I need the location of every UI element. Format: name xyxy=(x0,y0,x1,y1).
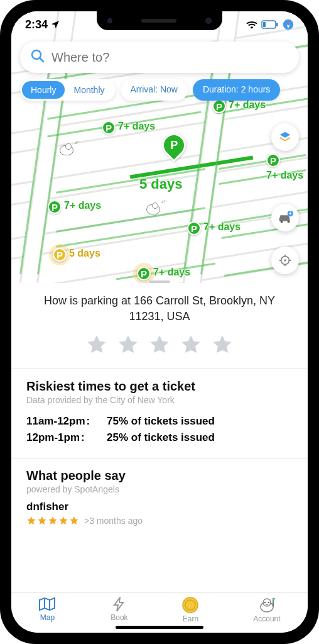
parking-marker[interactable]: P xyxy=(212,99,226,113)
review-age: >3 months ago xyxy=(84,516,143,526)
home-indicator[interactable] xyxy=(116,626,203,629)
selected-duration-label: 5 days xyxy=(139,176,183,192)
layers-button[interactable] xyxy=(271,123,299,151)
svg-point-10 xyxy=(284,259,286,262)
device-screen: 2:34 xyxy=(11,11,308,633)
parking-duration-label: 7+ days xyxy=(118,121,155,132)
tab-label: Map xyxy=(40,613,55,622)
parking-marker[interactable]: P xyxy=(53,248,67,262)
svg-point-7 xyxy=(288,221,290,223)
tab-label: Account xyxy=(253,614,280,623)
details-panel[interactable]: How is parking at 166 Carroll St, Brookl… xyxy=(11,283,308,592)
car-plus-icon xyxy=(277,211,293,224)
avatar-icon xyxy=(257,597,276,613)
parking-duration-label: 5 days xyxy=(69,248,100,259)
review-stars xyxy=(26,516,79,526)
risk-subtitle: Data provided by the City of New York xyxy=(26,395,293,405)
rate-type-segmented-control: Hourly Monthly xyxy=(20,79,116,101)
parking-duration-label: 7+ days xyxy=(229,99,266,111)
reviews-section: What people say powered by SpotAngels dn… xyxy=(11,458,308,536)
risk-title: Riskiest times to get a ticket xyxy=(26,379,293,394)
svg-line-5 xyxy=(40,58,43,62)
parking-marker[interactable]: P xyxy=(102,121,116,135)
rate-star-5[interactable] xyxy=(211,333,234,358)
front-camera xyxy=(205,18,212,24)
star-icon xyxy=(69,516,79,526)
front-sensor xyxy=(107,18,112,23)
parking-marker[interactable]: P xyxy=(48,200,62,214)
rate-star-1[interactable] xyxy=(85,333,108,358)
star-icon xyxy=(48,516,58,526)
crosshair-icon xyxy=(278,253,292,267)
locate-me-button[interactable] xyxy=(271,247,299,274)
arrival-pill[interactable]: Arrival: Now xyxy=(121,79,188,101)
svg-point-15 xyxy=(264,602,266,603)
tab-map[interactable]: Map xyxy=(38,597,56,622)
sleeping-car-icon: zᶻ xyxy=(58,143,75,157)
location-arrow-icon xyxy=(50,19,60,30)
rate-star-2[interactable] xyxy=(117,333,139,358)
segment-monthly[interactable]: Monthly xyxy=(65,81,113,99)
risk-section: Riskiest times to get a ticket Data prov… xyxy=(11,369,308,458)
segment-hourly[interactable]: Hourly xyxy=(22,81,65,99)
star-icon xyxy=(37,516,47,526)
risk-row: 11am-12pm 75% of tickets issued xyxy=(26,415,293,428)
tab-book[interactable]: Book xyxy=(111,597,127,622)
risk-pct: 75% of tickets issued xyxy=(107,415,215,428)
search-input[interactable] xyxy=(51,50,289,65)
search-icon xyxy=(30,48,45,66)
parking-duration-label: 7+ days xyxy=(64,200,101,211)
risk-time: 11am-12pm xyxy=(26,415,100,428)
parking-duration-label: 7+ days xyxy=(266,170,303,181)
star-icon xyxy=(26,516,36,526)
rating-section: How is parking at 166 Carroll St, Brookl… xyxy=(11,283,308,369)
tab-account[interactable]: Account xyxy=(253,597,280,623)
star-icon xyxy=(58,516,68,526)
coin-icon xyxy=(182,597,198,613)
search-bar[interactable] xyxy=(20,42,299,73)
map-icon xyxy=(38,597,56,612)
parking-marker[interactable]: P xyxy=(266,153,280,167)
rate-star-4[interactable] xyxy=(180,333,202,358)
duration-pill[interactable]: Duration: 2 hours xyxy=(193,79,280,101)
parking-marker[interactable]: P xyxy=(187,221,201,235)
layers-icon xyxy=(278,130,292,144)
sleeping-car-icon: zᶻ xyxy=(144,203,162,216)
tab-earn[interactable]: Earn xyxy=(182,597,198,623)
compass-icon xyxy=(283,19,294,30)
wifi-icon xyxy=(246,20,257,29)
reviews-title: What people say xyxy=(26,469,293,483)
tab-label: Earn xyxy=(183,614,198,623)
add-car-button[interactable] xyxy=(271,204,299,231)
device-frame: 2:34 xyxy=(0,0,319,644)
reviews-subtitle: powered by SpotAngels xyxy=(26,484,293,494)
rate-star-3[interactable] xyxy=(148,333,171,358)
reviewer-name: dnfisher xyxy=(26,501,293,513)
notch xyxy=(97,11,222,30)
risk-row: 12pm-1pm 25% of tickets issued xyxy=(26,431,293,444)
status-right xyxy=(246,19,294,30)
svg-point-6 xyxy=(281,221,283,223)
svg-rect-1 xyxy=(276,23,278,26)
parking-duration-label: 7+ days xyxy=(203,221,241,233)
review-meta: >3 months ago xyxy=(26,516,293,526)
svg-point-16 xyxy=(268,602,269,603)
svg-rect-2 xyxy=(263,22,266,27)
lightning-icon xyxy=(112,597,126,612)
risk-pct: 25% of tickets issued xyxy=(107,431,215,444)
rating-stars xyxy=(26,333,293,358)
status-time: 2:34 xyxy=(25,18,48,31)
tab-label: Book xyxy=(111,613,127,622)
speaker-grille xyxy=(141,19,176,23)
map-area[interactable]: P 7+ days P 7+ days P 7+ days P 7+ days … xyxy=(11,11,308,283)
filter-pills-row: Hourly Monthly Arrival: Now Duration: 2 … xyxy=(20,79,299,101)
rating-question: How is parking at 166 Carroll St, Brookl… xyxy=(26,293,293,325)
risk-time: 12pm-1pm xyxy=(26,431,100,444)
battery-icon xyxy=(261,20,279,29)
status-left: 2:34 xyxy=(25,18,60,31)
